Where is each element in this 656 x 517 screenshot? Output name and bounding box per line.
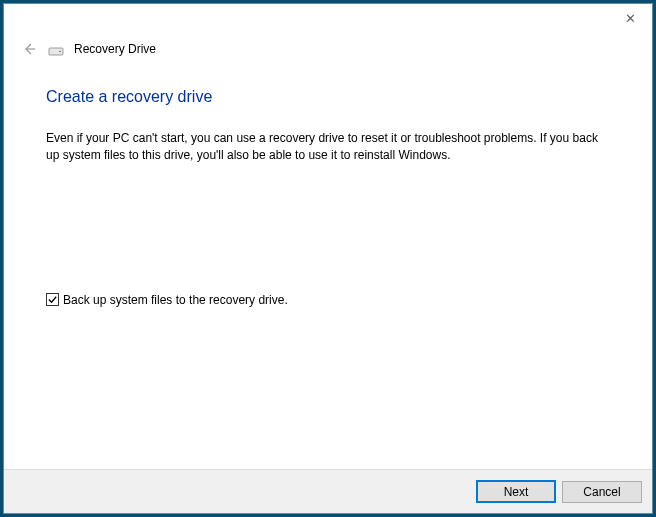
content-area: Create a recovery drive Even if your PC …: [4, 58, 652, 469]
page-heading: Create a recovery drive: [46, 88, 612, 106]
titlebar: ✕: [4, 4, 652, 34]
header: Recovery Drive: [4, 34, 652, 58]
backup-checkbox-row[interactable]: Back up system files to the recovery dri…: [46, 293, 612, 307]
next-button[interactable]: Next: [476, 480, 556, 503]
cancel-button[interactable]: Cancel: [562, 481, 642, 503]
drive-icon: [48, 43, 64, 55]
description-text: Even if your PC can't start, you can use…: [46, 130, 606, 165]
svg-rect-1: [49, 48, 63, 55]
svg-point-2: [59, 51, 61, 53]
back-arrow-icon[interactable]: [20, 40, 38, 58]
close-icon[interactable]: ✕: [619, 10, 642, 27]
footer: Next Cancel: [4, 469, 652, 513]
backup-checkbox[interactable]: [46, 293, 59, 306]
window-title: Recovery Drive: [74, 42, 156, 56]
backup-checkbox-label: Back up system files to the recovery dri…: [63, 293, 288, 307]
recovery-drive-wizard: ✕ Recovery Drive Create a recovery drive…: [3, 3, 653, 514]
